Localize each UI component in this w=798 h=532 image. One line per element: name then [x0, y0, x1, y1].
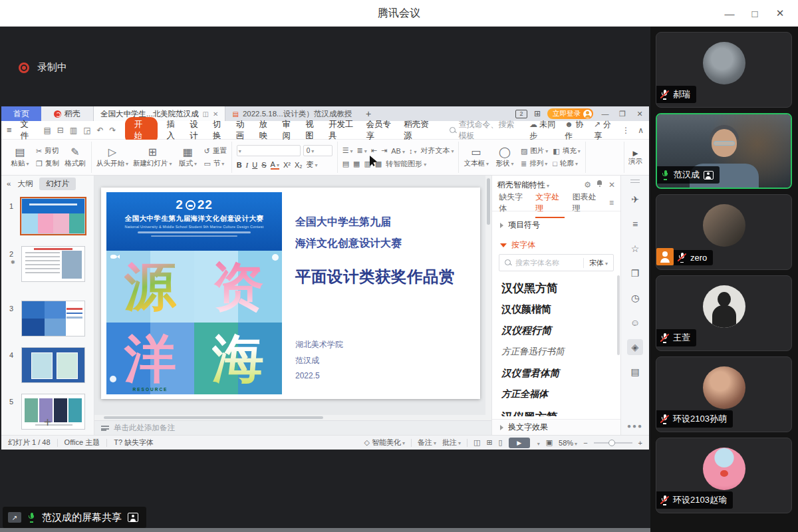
redo-icon[interactable]: ↷ [110, 126, 116, 135]
superscript-button[interactable]: X² [283, 161, 291, 169]
play-options-icon[interactable] [536, 439, 540, 447]
tab-chart-processing[interactable]: 图表处理 [573, 192, 601, 214]
slide-thumbnail-2[interactable] [21, 246, 85, 282]
assistant-icon[interactable]: ☺ [627, 315, 643, 331]
theme-name[interactable]: Office 主题 [65, 438, 100, 448]
font-size-select[interactable]: 0 [303, 145, 332, 156]
collapse-panel-icon[interactable]: « [7, 180, 11, 188]
wps-restore-icon[interactable]: ❐ [617, 110, 628, 118]
tab-docer[interactable]: 稻壳 [41, 106, 93, 121]
adjust-icon[interactable]: ≡ [627, 216, 643, 232]
outline-button[interactable]: □轮廓 [553, 159, 580, 168]
font-option-6[interactable]: 方正全福体 [501, 388, 548, 400]
menu-design[interactable]: 设计 [190, 119, 204, 142]
font-option-2[interactable]: 汉仪颜楷简 [501, 303, 551, 316]
gear-icon[interactable]: ⚙ [584, 180, 591, 190]
participant-tile-sunmeng[interactable]: 环设2103孙萌 [656, 356, 792, 432]
menu-review[interactable]: 审阅 [282, 119, 297, 142]
undo-icon[interactable]: ↶ [96, 126, 103, 135]
maximize-icon[interactable]: □ [742, 0, 767, 27]
participant-tile-wangxuan[interactable]: 王萱 [656, 275, 792, 351]
beautify-button[interactable]: ◇ 智能美化 [364, 438, 405, 448]
menu-file[interactable]: 文件 [21, 119, 35, 142]
arrange-button[interactable]: ≣排列 [521, 159, 548, 168]
menu-insert[interactable]: 插入 [166, 119, 181, 142]
smart-graphic-button[interactable]: 转智能图形 [386, 159, 426, 169]
close-icon[interactable]: ✕ [767, 0, 793, 27]
menu-slideshow[interactable]: 放映 [259, 119, 274, 142]
pane-menu-icon[interactable]: ≡ [609, 198, 614, 207]
bold-button[interactable]: B [237, 161, 242, 169]
slide-thumbnail-4[interactable] [21, 347, 85, 383]
current-slide[interactable]: 2 22 全国大中学生第九届海洋文化创意设计大赛 National Univer… [101, 188, 480, 399]
menu-member[interactable]: 会员专享 [366, 119, 396, 142]
font-option-1[interactable]: 汉仪黑方简 [501, 281, 558, 296]
format-painter-button[interactable]: ✎格式刷 [64, 147, 86, 168]
slide-thumbnail-1[interactable] [21, 198, 85, 234]
menu-view[interactable]: 视图 [305, 119, 320, 142]
menu-transition[interactable]: 切换 [213, 119, 227, 142]
layout-button[interactable]: ▦版式 [176, 147, 199, 168]
text-effect-button[interactable]: 变 [307, 160, 318, 170]
copy-style-icon[interactable]: ❐ [627, 265, 643, 281]
participant-tile-fanhancheng[interactable]: 范汉成 [656, 113, 792, 189]
document-tab-1[interactable]: 全国大中学生...北美院范汉成 ◫ ✕ [93, 106, 225, 121]
normal-view-icon[interactable]: ◫ [473, 438, 480, 447]
hamburger-icon[interactable]: ≡ [7, 125, 12, 135]
number-list-icon[interactable]: ≣ [357, 146, 367, 155]
task-pane-title[interactable]: 稻壳智能特性 [497, 180, 549, 191]
paste-button[interactable]: ▤粘贴 [9, 147, 31, 168]
section-button[interactable]: ▭节 [203, 159, 226, 168]
tab-text-processing[interactable]: 文字处理 [535, 192, 564, 214]
font-option-3[interactable]: 汉仪程行简 [501, 325, 551, 337]
smart-features-icon[interactable]: ◈ [627, 339, 643, 355]
close-tab-icon[interactable]: ✕ [213, 110, 218, 118]
zoom-out-button[interactable]: − [583, 439, 587, 447]
apps-grid-icon[interactable]: ⊞ [534, 109, 541, 118]
subscript-button[interactable]: X₂ [295, 161, 303, 169]
font-option-clipped[interactable]: 汉仪黑方简 [501, 410, 558, 416]
reset-button[interactable]: ↺重置 [203, 146, 226, 156]
more-options-icon[interactable]: ⋮ [622, 126, 630, 135]
wps-close-icon[interactable]: ✕ [634, 110, 645, 118]
align-center-icon[interactable]: ▦ [353, 160, 360, 168]
copy-button[interactable]: ❐复制 [36, 159, 59, 168]
slide-horizontal-scrollbar[interactable] [94, 415, 491, 420]
zoom-in-button[interactable]: + [638, 439, 642, 447]
menu-devtools[interactable]: 开发工具 [329, 119, 358, 142]
slide-vertical-scrollbar[interactable] [485, 176, 491, 415]
align-left-icon[interactable]: ▤ [342, 160, 349, 168]
command-search[interactable]: 查找命令、搜索模板 [450, 119, 521, 142]
tab-missing-fonts[interactable]: 缺失字体 [499, 192, 527, 214]
strikethrough-button[interactable]: S [261, 161, 266, 169]
fit-slide-icon[interactable]: ▣ [546, 438, 553, 447]
italic-button[interactable]: I [246, 161, 249, 169]
window-switch-icon[interactable]: 2 [515, 110, 527, 118]
increase-indent-icon[interactable]: ⇥ [381, 146, 387, 155]
slideshow-play-button[interactable]: ▶ [509, 438, 530, 448]
from-start-button[interactable]: ▷从头开始 [96, 147, 128, 168]
print-icon[interactable]: ⊟ [57, 126, 64, 135]
zoom-slider[interactable] [594, 442, 632, 444]
shape-button[interactable]: ◯形状 [493, 147, 516, 168]
text-direction-icon[interactable]: AB [391, 147, 405, 155]
textbox-button[interactable]: ▭文本框 [464, 147, 489, 168]
bullet-section-row[interactable]: 项目符号 [492, 219, 620, 231]
font-option-5[interactable]: 汉仪雪君体简 [501, 367, 559, 380]
decrease-indent-icon[interactable]: ⇤ [371, 146, 377, 155]
notes-bar[interactable]: 单击此处添加备注 [94, 420, 491, 435]
missing-font-indicator[interactable]: T? 缺失字体 [114, 438, 154, 448]
menu-animation[interactable]: 动画 [236, 119, 251, 142]
bullet-list-icon[interactable]: ☰ [342, 146, 353, 155]
history-icon[interactable]: ◷ [627, 290, 643, 306]
tab-slides[interactable]: 幻灯片 [39, 178, 76, 190]
add-slide-button[interactable]: + [1, 415, 94, 430]
share-button[interactable]: ↗ 分享 [594, 119, 614, 142]
wps-minimize-icon[interactable]: — [600, 110, 610, 118]
slide-thumbnail-3[interactable] [21, 301, 85, 336]
pane-scrollbar[interactable] [617, 275, 620, 355]
menu-docer-resource[interactable]: 稻壳资源 [404, 119, 433, 142]
more-tools-icon[interactable]: ●●● [621, 422, 649, 430]
find-icon[interactable]: ◲ [83, 126, 90, 135]
underline-button[interactable]: U [252, 161, 257, 169]
